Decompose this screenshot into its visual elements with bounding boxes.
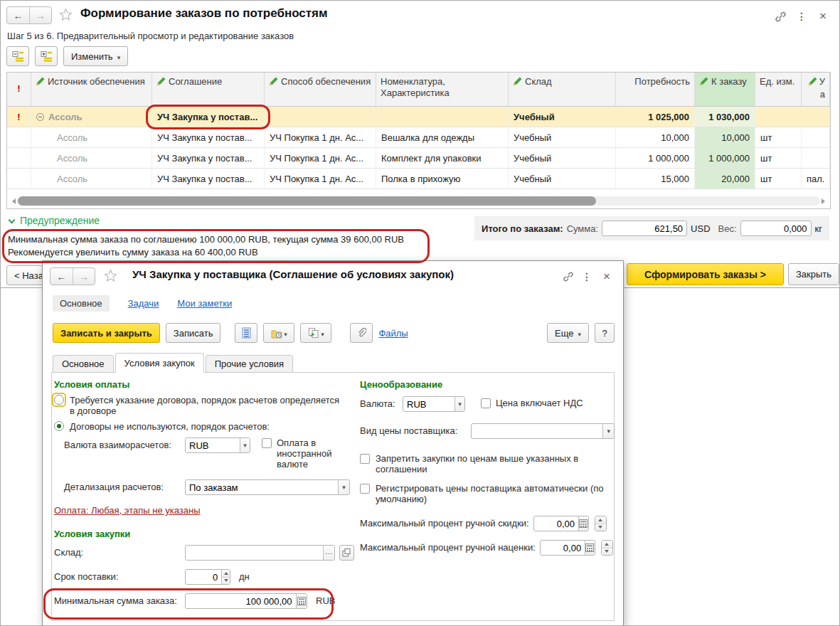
- table-cell-warning[interactable]: [7, 127, 31, 148]
- table-cell-to-order[interactable]: 1 030,000: [695, 107, 755, 127]
- copy-link-icon[interactable]: [772, 9, 788, 23]
- table-cell-unit[interactable]: [755, 107, 802, 127]
- table-cell-warehouse[interactable]: Учебный: [509, 127, 616, 148]
- nav-notes-link[interactable]: Мои заметки: [177, 298, 232, 309]
- forward-arrow-icon[interactable]: [73, 268, 95, 285]
- delivery-time-input[interactable]: [186, 570, 221, 584]
- copy-link-icon[interactable]: [560, 270, 576, 284]
- open-warehouse-button[interactable]: [339, 545, 354, 561]
- table-cell-method[interactable]: УЧ Покупка 1 дн. Ас...: [265, 127, 376, 148]
- more-menu-icon[interactable]: [794, 9, 809, 23]
- table-cell-extra[interactable]: [802, 107, 830, 127]
- close-button[interactable]: Закрыть: [788, 263, 839, 285]
- vat-checkbox-row[interactable]: Цена включает НДС: [481, 396, 583, 408]
- table-cell-nomenclature[interactable]: Вешалка для одежды: [376, 127, 509, 148]
- table-cell-method[interactable]: УЧ Покупка 1 дн. Ас...: [265, 148, 376, 169]
- edit-button[interactable]: Изменить: [63, 46, 128, 66]
- price-currency-dropdown[interactable]: [403, 396, 465, 412]
- delivery-time-field[interactable]: [185, 569, 230, 585]
- table-cell-need[interactable]: 10,000: [616, 127, 695, 148]
- max-markup-input[interactable]: [541, 541, 585, 555]
- form-orders-button[interactable]: Сформировать заказы >: [627, 263, 784, 285]
- table-cell-extra[interactable]: [802, 148, 830, 169]
- table-cell-method[interactable]: [265, 107, 376, 127]
- collapse-row-icon[interactable]: [36, 113, 44, 121]
- register-prices-checkbox-row[interactable]: Регистрировать цены поставщика автоматич…: [360, 483, 615, 504]
- col-header-agreement[interactable]: Соглашение: [152, 73, 265, 107]
- table-cell-source[interactable]: Ассоль: [31, 107, 152, 127]
- save-button[interactable]: Записать: [166, 323, 221, 343]
- tab-main[interactable]: Основное: [53, 355, 114, 373]
- col-header-nomenclature[interactable]: Номенклатура, Характеристика: [376, 73, 509, 107]
- table-cell-warehouse[interactable]: Учебный: [509, 169, 616, 189]
- favorite-star-icon[interactable]: [104, 269, 117, 285]
- tab-other-terms[interactable]: Прочие условия: [206, 355, 293, 373]
- table-cell-agreement[interactable]: УЧ Закупка у постав...: [152, 107, 265, 127]
- radio-contract-required[interactable]: Требуется указание договора, порядок рас…: [54, 395, 354, 416]
- foreign-currency-checkbox-row[interactable]: Оплата в иностранной валюте: [262, 437, 347, 469]
- table-cell-warning[interactable]: [7, 169, 31, 189]
- col-header-source[interactable]: Источник обеспечения: [31, 73, 152, 107]
- nav-tasks-link[interactable]: Задачи: [128, 298, 159, 309]
- help-button[interactable]: ?: [595, 323, 615, 343]
- col-header-warehouse[interactable]: Склад: [509, 73, 616, 107]
- table-cell-warning[interactable]: [7, 148, 31, 169]
- stepper[interactable]: [595, 516, 607, 531]
- max-discount-input[interactable]: [534, 516, 578, 531]
- table-cell-warehouse[interactable]: Учебный: [509, 148, 616, 169]
- attach-file-button[interactable]: [350, 323, 373, 343]
- price-currency-value[interactable]: [403, 397, 454, 411]
- tab-purchase-terms[interactable]: Условия закупок: [115, 353, 204, 373]
- table-cell-warehouse[interactable]: Учебный: [509, 107, 616, 127]
- settlement-currency-dropdown[interactable]: [185, 437, 250, 453]
- stepper[interactable]: [601, 540, 613, 556]
- more-menu-icon[interactable]: [579, 270, 595, 284]
- calculator-icon[interactable]: [585, 541, 595, 555]
- table-cell-source[interactable]: Ассоль: [31, 169, 152, 189]
- forward-arrow-icon[interactable]: [29, 7, 51, 23]
- close-window-icon[interactable]: [815, 9, 831, 23]
- expand-all-button[interactable]: [35, 46, 58, 66]
- table-cell-need[interactable]: 1 025,000: [616, 107, 695, 127]
- col-header-extra[interactable]: Уа: [802, 73, 830, 107]
- chevron-down-icon[interactable]: [602, 424, 614, 438]
- history-button[interactable]: [263, 323, 294, 343]
- warehouse-field[interactable]: [185, 545, 335, 561]
- settlement-currency-value[interactable]: [186, 438, 240, 452]
- favorite-star-icon[interactable]: [59, 8, 73, 23]
- table-cell-agreement[interactable]: УЧ Закупка у постав...: [152, 148, 265, 169]
- col-header-need[interactable]: Потребность: [616, 73, 695, 107]
- nav-main-chip[interactable]: Основное: [53, 295, 110, 312]
- table-cell-nomenclature[interactable]: Комплект для упаковки: [376, 148, 509, 169]
- table-cell-unit[interactable]: шт: [755, 127, 802, 148]
- calculator-icon[interactable]: [578, 516, 588, 531]
- payment-terms-link[interactable]: Оплата: Любая, этапы не указаны: [54, 505, 201, 516]
- min-order-sum-input[interactable]: [186, 594, 296, 608]
- radio-no-contracts[interactable]: Договоры не используются, порядок расчет…: [54, 421, 354, 432]
- table-cell-extra[interactable]: [802, 127, 830, 148]
- forbid-purchases-checkbox-row[interactable]: Запретить закупки по ценам выше указанны…: [360, 453, 615, 474]
- stepper[interactable]: [221, 570, 230, 584]
- table-cell-agreement[interactable]: УЧ Закупка у постав...: [152, 169, 265, 189]
- table-cell-need[interactable]: 1 000,000: [616, 148, 695, 169]
- scrollbar-thumb[interactable]: [18, 196, 596, 206]
- col-header-warning[interactable]: !: [7, 73, 31, 107]
- warning-section-header[interactable]: Предупреждение: [9, 215, 100, 226]
- table-cell-extra[interactable]: пал.: [802, 169, 830, 189]
- table-cell-need[interactable]: 15,000: [616, 169, 695, 189]
- table-cell-nomenclature[interactable]: [376, 107, 509, 127]
- select-ellipsis-icon[interactable]: [323, 546, 334, 560]
- col-header-to-order[interactable]: К заказу: [695, 73, 755, 107]
- save-and-close-button[interactable]: Записать и закрыть: [53, 323, 160, 343]
- table-cell-agreement[interactable]: УЧ Закупка у постав...: [152, 127, 265, 148]
- scrollbar-track[interactable]: [17, 196, 820, 206]
- table-cell-warning[interactable]: !: [7, 107, 31, 127]
- price-type-value[interactable]: [472, 424, 602, 438]
- table-cell-unit[interactable]: шт: [755, 169, 802, 189]
- table-cell-source[interactable]: Ассоль: [31, 127, 152, 148]
- settlement-detail-dropdown[interactable]: [185, 479, 350, 495]
- radio-icon[interactable]: [54, 395, 64, 405]
- scroll-right-icon[interactable]: [822, 198, 828, 204]
- price-type-dropdown[interactable]: [471, 423, 615, 439]
- table-cell-to-order[interactable]: 1 000,000: [695, 148, 755, 169]
